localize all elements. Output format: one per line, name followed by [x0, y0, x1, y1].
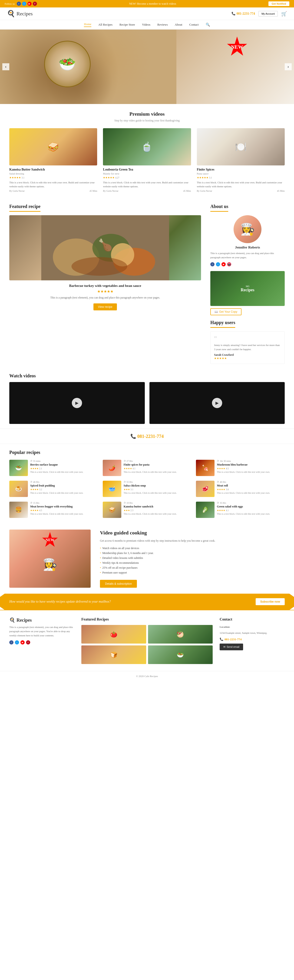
popular-desc-2: This is a text block. Click to edit this… — [217, 471, 285, 474]
guided-list-item-4: 25% off on all recipe purchases — [100, 565, 285, 570]
nav-item-about[interactable]: About — [175, 23, 182, 27]
nav-item-videos[interactable]: Videos — [142, 23, 150, 27]
popular-meta-6: ⏱ 15 Hrs — [30, 502, 98, 504]
guided-cooking-section: NEW 👩‍🍳 Video guided cooking Get access … — [0, 524, 294, 593]
popular-stars-1: ★★★★ 4.1 — [124, 467, 191, 470]
popular-stars-4: ★★★ 3.1 — [124, 488, 191, 491]
about-desc: This is a paragraph (text element), you … — [210, 251, 285, 259]
phone-icon-banner: 📞 — [130, 434, 136, 439]
play-button-1[interactable]: ▶ — [72, 398, 82, 408]
svg-text:🍗: 🍗 — [98, 238, 113, 252]
footer-recipe-images: 🍅 🥙 🍞 🥗 — [81, 625, 213, 664]
footer-recipes-section: Featured Recipes 🍅 🥙 🍞 🥗 — [81, 617, 213, 664]
popular-recipes-section: Popular recipes 🥗 ⏱ 55 mins Berries surf… — [0, 444, 294, 524]
guided-img-icon: 👩‍🍳 — [43, 558, 57, 571]
card-image-3: 🍽️ — [197, 128, 285, 165]
nav-item-home[interactable]: Home — [84, 22, 91, 27]
footer-recipe-img-2: 🥙 — [148, 625, 213, 644]
footer-contact-title: Contact — [220, 617, 285, 622]
recipe-book-image: 365 Recipes — [210, 271, 285, 306]
popular-info-8: ⏱ 35 Hrs Green salad with eggs ★★★★ 4.1 … — [217, 502, 285, 515]
copyright: © 2020 Cafe Recipes — [0, 671, 294, 681]
about-facebook-icon[interactable]: f — [210, 262, 215, 266]
popular-info-1: ⏱ 27 Hrs Finite spices for pasta ★★★★ 4.… — [124, 460, 191, 474]
my-account-button[interactable]: My Account — [258, 11, 278, 16]
nav-item-recipe-store[interactable]: Recipe Store — [119, 23, 135, 27]
send-email-button[interactable]: ✉ Send email — [220, 644, 243, 650]
guided-content: Video guided cooking Get access 6 months… — [100, 530, 285, 588]
header-phone: 📞 081-2231-774 — [231, 12, 255, 16]
popular-stars-0: ★★★★ 2.1 — [30, 467, 98, 470]
play-button-2[interactable]: ▶ — [212, 398, 222, 408]
guided-new-badge: NEW — [42, 532, 58, 548]
footer-logo-text: Recipes — [16, 617, 32, 623]
get-notified-button[interactable]: Get Notified — [269, 2, 289, 6]
card-meta-2: By Gorla Nectar 45 Mins — [103, 189, 191, 192]
popular-grid: 🥗 ⏱ 55 mins Berries surface lasagne ★★★★… — [9, 460, 285, 518]
card-title-2: Loubouvia Green Tea — [103, 168, 191, 172]
popular-item-0: 🥗 ⏱ 55 mins Berries surface lasagne ★★★★… — [9, 460, 98, 476]
popular-desc-8: This is a text block. Click to edit this… — [217, 512, 285, 515]
card-stars-3: ★★★★★ 3.1 — [197, 176, 285, 179]
featured-about-section: Featured recipe 🍗 Barbecue turkey with v… — [0, 199, 294, 369]
recipe-card-1: 🥪 Kanoisa Butter Sandwich Salad dressing… — [9, 128, 97, 192]
footer-pinterest-icon[interactable]: P — [26, 640, 30, 644]
popular-meta-1: ⏱ 27 Hrs — [124, 460, 191, 462]
about-instagram-icon[interactable]: 📷 — [227, 262, 231, 266]
logo[interactable]: 🍳 Recipes — [7, 10, 33, 18]
subscribe-text: How would you like to have weekly recipe… — [9, 600, 111, 603]
footer-twitter-icon[interactable]: t — [15, 640, 19, 644]
nav-item-reviews[interactable]: Reviews — [157, 23, 168, 27]
footer-recipe-img-4: 🥗 — [148, 646, 213, 664]
hero-prev-button[interactable]: ‹ — [2, 63, 9, 70]
popular-item-4: 🥣 ⏱ 55 Hrs Salsa chicken soup ★★★ 3.1 Th… — [103, 481, 191, 497]
nav-item-all-recipes[interactable]: All Recipes — [98, 23, 112, 27]
footer-youtube-icon[interactable]: ▶ — [21, 640, 25, 644]
popular-img-3: 🍮 — [9, 481, 28, 497]
recipe-card-2: 🍵 Loubouvia Green Tea Mainly for stew ★★… — [103, 128, 191, 192]
details-subscription-button[interactable]: Details & subscription — [100, 580, 137, 588]
popular-meta-3: ⏱ 46 Hrs — [30, 481, 98, 483]
popular-img-2: 🍖 — [196, 460, 215, 476]
twitter-icon[interactable]: t — [22, 2, 26, 6]
footer-facebook-icon[interactable]: f — [9, 640, 13, 644]
top-bar: Follow us f t ▶ P NEW! Become a member t… — [0, 0, 294, 8]
footer-logo-icon: 🍳 — [9, 617, 15, 623]
popular-name-6: Meat lovers bugger with everything — [30, 505, 98, 508]
footer-logo-section: 🍳 Recipes This is a paragraph (text elem… — [9, 617, 74, 664]
video-thumb-2[interactable]: ▶ — [149, 382, 285, 424]
footer-social: f t ▶ P — [9, 640, 74, 644]
about-section-title: About us — [210, 204, 228, 212]
youtube-icon[interactable]: ▶ — [27, 2, 32, 6]
card-title-1: Kanoisa Butter Sandwich — [9, 168, 97, 172]
new-badge: NEW — [227, 37, 248, 57]
main-nav: Home All Recipes Recipe Store Videos Rev… — [0, 20, 294, 30]
popular-meta-7: ⏱ 10 Hrs — [124, 502, 191, 504]
popular-desc-3: This is a text block. Click to edit this… — [30, 492, 98, 495]
featured-desc: This is a paragraph (text element), you … — [9, 296, 201, 300]
facebook-icon[interactable]: f — [17, 2, 21, 6]
nav-item-contact[interactable]: Contact — [189, 23, 199, 27]
testimonial: " Jenny is simply amazing! I have used h… — [210, 331, 285, 364]
view-recipe-button[interactable]: View recipe — [93, 304, 117, 310]
quote-mark: " — [214, 335, 281, 342]
footer-desc: This is a paragraph (text element), you … — [9, 625, 74, 638]
hero-next-button[interactable]: › — [285, 63, 292, 70]
cart-icon[interactable]: 🛒 — [281, 11, 287, 16]
popular-img-0: 🥗 — [9, 460, 28, 476]
guided-list: Watch videos on all your devices Members… — [100, 546, 285, 575]
get-copy-button[interactable]: 📖 Get Your Copy — [210, 308, 242, 315]
nav-search-icon[interactable]: 🔍 — [205, 22, 210, 27]
popular-recipes-title: Popular recipes — [9, 450, 285, 455]
book-icon: 📖 — [215, 310, 218, 313]
pinterest-icon[interactable]: P — [33, 2, 37, 6]
popular-name-2: Mushroom bleu barbecue — [217, 463, 285, 466]
popular-img-7: 🥪 — [103, 502, 121, 518]
about-youtube-icon[interactable]: ▶ — [221, 262, 226, 266]
video-thumb-1[interactable]: ▶ — [9, 382, 145, 424]
footer-logo: 🍳 Recipes — [9, 617, 74, 623]
popular-img-8: 🥬 — [196, 502, 215, 518]
card-title-3: Finite Spices — [197, 168, 285, 172]
about-twitter-icon[interactable]: t — [216, 262, 220, 266]
subscribe-button[interactable]: Subscribe now — [256, 598, 285, 605]
